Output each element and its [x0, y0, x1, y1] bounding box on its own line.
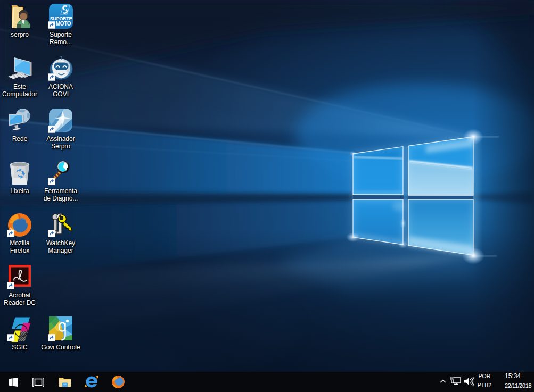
svg-text:MOTO: MOTO: [56, 21, 71, 27]
